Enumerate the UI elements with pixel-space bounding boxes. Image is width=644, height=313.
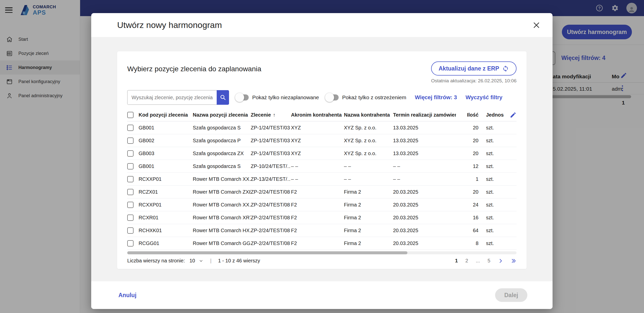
cell-code: RCZX01 xyxy=(139,189,193,195)
cell-acronym: XYZ xyxy=(291,138,344,144)
cell-quantity: 20 xyxy=(456,138,480,144)
search-button[interactable] xyxy=(217,90,229,105)
cell-order: ZP-1/24/TEST/03 xyxy=(251,138,291,144)
cell-name: Rower MTB Comarch XR7… xyxy=(193,215,251,221)
update-erp-button[interactable]: Aktualizuj dane z ERP xyxy=(431,61,517,76)
cell-code: GB001 xyxy=(139,125,193,131)
cell-name: Rower MTB Comarch GG89 xyxy=(193,240,251,246)
cell-order: ZP-2/24/TEST/08 xyxy=(251,240,291,246)
page-numbers: 1 2 ... 5 xyxy=(455,258,517,264)
toggle-warning-switch[interactable] xyxy=(325,93,340,102)
cell-acronym: – – xyxy=(291,163,344,169)
cell-contractor: XYZ Sp. z o.o. xyxy=(344,125,393,131)
col-akronim: Akronim kontrahenta xyxy=(291,112,344,118)
order-items-card: Wybierz pozycje zlecenia do zaplanowania… xyxy=(117,51,527,269)
cell-deadline: 20.03.2025 xyxy=(393,189,456,195)
cell-unit: szt. xyxy=(480,202,505,208)
cell-unit: szt. xyxy=(480,163,505,169)
toggle-unplanned-switch[interactable] xyxy=(235,93,250,102)
table-row[interactable]: GB002 Szafa gospodarcza P ZP-1/24/TEST/0… xyxy=(127,134,517,147)
cell-quantity: 20 xyxy=(456,189,480,195)
cell-acronym: XYZ xyxy=(291,125,344,131)
row-checkbox[interactable] xyxy=(127,150,134,157)
section-title: Wybierz pozycje zlecenia do zaplanowania xyxy=(127,61,261,73)
cell-name: Rower MTB Comarch XX… xyxy=(193,202,251,208)
row-checkbox[interactable] xyxy=(127,163,134,169)
more-filters-link[interactable]: Więcej filtrów: 3 xyxy=(415,94,457,101)
table-row[interactable]: GB001 Szafa gospodarcza S ZP-1/24/TEST/0… xyxy=(127,121,517,134)
table-header-row: Kod pozycji zlecenia Nazwa pozycji zlece… xyxy=(127,109,517,121)
table-row[interactable]: RCXXP01 Rower MTB Comarch XX… ZP-13/24/T… xyxy=(127,173,517,186)
modal-title: Utwórz nowy harmonogram xyxy=(117,20,222,30)
cell-deadline: 20.03.2025 xyxy=(393,240,456,246)
cell-order: ZP-1/24/TEST/03 xyxy=(251,151,291,156)
rows-per-page-label: Liczba wierszy na stronie: xyxy=(127,258,185,264)
cell-deadline: 20.03.2025 xyxy=(393,215,456,221)
last-update-text: Ostatnia aktualizacja: 26.02.2025, 10:06 xyxy=(431,78,517,84)
cell-deadline: – – xyxy=(393,163,456,169)
modal-header: Utwórz nowy harmonogram xyxy=(91,13,553,37)
cell-name: Szafa gospodarcza S xyxy=(193,125,251,131)
row-checkbox[interactable] xyxy=(127,137,134,144)
close-icon[interactable] xyxy=(532,21,540,29)
table-row[interactable]: RCGG01 Rower MTB Comarch GG89 ZP-2/24/TE… xyxy=(127,237,517,250)
cell-unit: szt. xyxy=(480,215,505,221)
cell-contractor: Firma 2 xyxy=(344,202,393,208)
page-1[interactable]: 1 xyxy=(455,258,458,264)
scrollbar-thumb[interactable] xyxy=(127,251,407,254)
cell-unit: szt. xyxy=(480,151,505,156)
page-5[interactable]: 5 xyxy=(488,258,490,264)
next-button[interactable]: Dalej xyxy=(495,288,527,302)
row-checkbox[interactable] xyxy=(127,176,134,182)
cell-contractor: XYZ Sp. z o.o. xyxy=(344,138,393,144)
cell-name: Szafa gospodarcza P xyxy=(193,138,251,144)
table-row[interactable]: GB001 Szafa gospodarcza S ZP-10/24/TEST/… xyxy=(127,160,517,173)
col-termin: Termin realizacji zamówienia xyxy=(393,112,456,118)
clear-filters-link[interactable]: Wyczyść filtry xyxy=(466,94,502,101)
cell-deadline: 13.03.2025 xyxy=(393,138,456,144)
cell-acronym: – – xyxy=(291,176,344,182)
edit-columns-pencil-icon[interactable] xyxy=(510,112,517,118)
last-page-icon[interactable] xyxy=(511,258,517,264)
cell-quantity: 20 xyxy=(456,151,480,156)
row-checkbox[interactable] xyxy=(127,125,134,131)
cell-contractor: Firma 2 xyxy=(344,228,393,233)
page-ellipsis: ... xyxy=(476,258,480,264)
rows-per-page-select[interactable]: 10 xyxy=(189,258,204,264)
table-row[interactable]: RCXR01 Rower MTB Comarch XR7… ZP-2/24/TE… xyxy=(127,211,517,224)
cell-code: RCXXP01 xyxy=(139,176,193,182)
select-all-checkbox[interactable] xyxy=(127,112,134,118)
toggle-unplanned-label: Pokaż tylko niezaplanowane xyxy=(252,94,319,100)
cell-deadline: 20.03.2025 xyxy=(393,228,456,233)
update-erp-label: Aktualizuj dane z ERP xyxy=(439,65,499,72)
cell-acronym: F2 xyxy=(291,215,344,221)
cell-code: RCGG01 xyxy=(139,240,193,246)
cell-deadline: 13.03.2025 xyxy=(393,125,456,131)
cell-contractor: Firma 2 xyxy=(344,215,393,221)
toggle-unplanned-group: Pokaż tylko niezaplanowane xyxy=(235,93,319,102)
col-kod-pozycji: Kod pozycji zlecenia xyxy=(139,112,193,118)
table-row[interactable]: RCXXP01 Rower MTB Comarch XX… ZP-2/24/TE… xyxy=(127,198,517,211)
table-row[interactable]: GB003 Szafa gospodarcza ZX ZP-1/24/TEST/… xyxy=(127,147,517,160)
row-checkbox[interactable] xyxy=(127,240,134,247)
col-jednostka: Jednos xyxy=(480,112,505,118)
search-input[interactable] xyxy=(127,90,217,105)
table-row[interactable]: RCZX01 Rower MTB Comarch ZX8… ZP-2/24/TE… xyxy=(127,186,517,198)
row-checkbox[interactable] xyxy=(127,189,134,195)
table-horizontal-scrollbar xyxy=(127,251,517,254)
row-checkbox[interactable] xyxy=(127,227,134,234)
pagination-separator: | xyxy=(210,258,211,264)
row-checkbox[interactable] xyxy=(127,202,134,208)
create-schedule-modal: Utwórz nowy harmonogram Wybierz pozycje … xyxy=(91,13,553,309)
page-2[interactable]: 2 xyxy=(465,258,468,264)
col-zlecenie[interactable]: Zlecenie↑ xyxy=(251,112,291,118)
cancel-button[interactable]: Anuluj xyxy=(118,292,137,299)
cell-deadline: – – xyxy=(393,176,456,182)
row-checkbox[interactable] xyxy=(127,215,134,221)
next-page-icon[interactable] xyxy=(498,258,503,264)
table-row[interactable]: RCHXK01 Rower MTB Comarch HX… ZP-2/24/TE… xyxy=(127,224,517,237)
filter-row: Pokaż tylko niezaplanowane Pokaż tylko z… xyxy=(127,90,517,105)
cell-order: ZP-2/24/TEST/08 xyxy=(251,228,291,233)
cell-acronym: XYZ xyxy=(291,151,344,156)
cell-contractor: Firma 2 xyxy=(344,189,393,195)
